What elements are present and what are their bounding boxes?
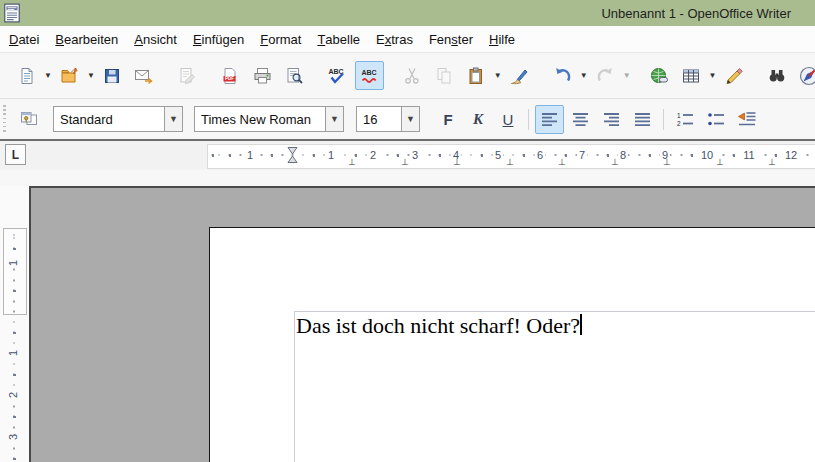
export-pdf-icon: PDF	[221, 67, 239, 85]
document-canvas[interactable]: Das ist doch nicht scharf! Oder?	[29, 186, 815, 462]
email-document-button[interactable]	[130, 61, 159, 90]
ruler-number: 11	[741, 149, 756, 162]
titlebar[interactable]: Unbenannt 1 - OpenOffice Writer	[0, 0, 815, 26]
paragraph-style-value[interactable]: Standard	[54, 107, 164, 131]
hyperlink-button[interactable]	[645, 61, 674, 90]
document-workspace: 1 123 Das ist doch nicht scharf! Oder?	[0, 186, 815, 462]
undo-arrow-icon	[553, 67, 572, 85]
text-boundary[interactable]: Das ist doch nicht scharf! Oder?	[294, 311, 815, 462]
tab-stop-mark	[716, 157, 724, 167]
export-pdf-button[interactable]: PDF	[216, 61, 245, 90]
menu-item[interactable]: Bearbeiten	[47, 26, 126, 52]
undo-button[interactable]	[548, 61, 577, 90]
bullet-list-icon	[707, 111, 725, 127]
align-center-button[interactable]	[566, 105, 595, 134]
italic-button[interactable]: K	[464, 105, 492, 133]
bold-button[interactable]: F	[434, 105, 462, 133]
paste-button[interactable]	[462, 61, 491, 90]
menu-item[interactable]: Fenster	[421, 26, 481, 52]
ruler-number: 10	[699, 149, 715, 162]
paragraph-style-combobox[interactable]: Standard ▼	[53, 106, 183, 132]
spellcheck-icon: ABC	[326, 66, 348, 85]
align-justify-button[interactable]	[628, 105, 657, 134]
svg-text:1: 1	[677, 112, 681, 119]
decrease-indent-icon	[738, 111, 756, 127]
menu-item[interactable]: Ansicht	[126, 26, 185, 52]
vruler-number: 2	[7, 390, 19, 400]
printer-icon	[253, 67, 272, 85]
window-title: Unbenannt 1 - OpenOffice Writer	[601, 6, 791, 21]
save-button[interactable]	[98, 61, 127, 90]
navigator-compass-icon	[799, 66, 815, 86]
toolbar-grip[interactable]	[3, 105, 6, 133]
toolbar-separator	[528, 109, 529, 130]
new-document-dropdown[interactable]: ▼	[44, 71, 52, 80]
align-justify-icon	[634, 112, 651, 127]
styles-and-formatting-button[interactable]	[14, 105, 43, 134]
font-name-combobox[interactable]: Times New Roman ▼	[194, 106, 344, 132]
writer-app-icon[interactable]	[1, 2, 23, 24]
indent-marker[interactable]	[287, 145, 298, 165]
bullet-list-button[interactable]	[701, 105, 730, 134]
menu-item[interactable]: Format	[252, 26, 309, 52]
document-page[interactable]: Das ist doch nicht scharf! Oder?	[209, 227, 815, 462]
font-name-value[interactable]: Times New Roman	[195, 107, 325, 131]
tab-stop-mark	[558, 157, 566, 167]
menu-item[interactable]: Hilfe	[481, 26, 523, 52]
table-grid-icon	[682, 67, 700, 85]
new-document-button[interactable]	[12, 61, 41, 90]
svg-text:PDF: PDF	[225, 76, 234, 81]
open-button[interactable]	[55, 61, 84, 90]
cut-button	[398, 61, 427, 90]
find-replace-button[interactable]	[763, 61, 792, 90]
open-dropdown[interactable]: ▼	[87, 71, 95, 80]
align-right-button[interactable]	[597, 105, 626, 134]
styles-window-icon	[19, 110, 39, 128]
copy-icon	[435, 67, 453, 85]
insert-table-button[interactable]	[677, 61, 706, 90]
tab-stop-selector-button[interactable]: L	[5, 144, 26, 165]
clipboard-paste-icon	[467, 67, 485, 85]
vruler-number: 3	[7, 432, 19, 442]
menu-item[interactable]: Einfügen	[185, 26, 252, 52]
spellcheck-button[interactable]: ABC	[323, 61, 352, 90]
text-cursor	[580, 314, 582, 335]
email-icon	[134, 67, 154, 85]
underline-button[interactable]: U	[494, 105, 522, 133]
numbered-list-button[interactable]: 1 2	[670, 105, 699, 134]
font-size-dropdown[interactable]: ▼	[401, 107, 419, 131]
align-left-icon	[541, 112, 558, 127]
print-button[interactable]	[248, 61, 277, 90]
menu-item[interactable]: Extras	[368, 26, 421, 52]
font-size-value[interactable]: 16	[357, 107, 401, 131]
font-name-dropdown[interactable]: ▼	[325, 107, 343, 131]
undo-dropdown[interactable]: ▼	[580, 71, 588, 80]
ruler-number: 2	[368, 149, 378, 162]
menu-item[interactable]: Tabelle	[309, 26, 368, 52]
paste-dropdown[interactable]: ▼	[494, 71, 502, 80]
navigator-button[interactable]	[795, 61, 815, 90]
font-size-combobox[interactable]: 16 ▼	[356, 106, 420, 132]
clone-formatting-button[interactable]	[505, 61, 534, 90]
vertical-ruler[interactable]: 1 123	[0, 186, 29, 462]
tab-stop-mark	[506, 157, 514, 167]
align-right-icon	[603, 112, 620, 127]
decrease-indent-button[interactable]	[732, 105, 761, 134]
vruler-margin-number: 1	[7, 258, 19, 268]
vruler-number: 1	[7, 348, 19, 358]
copy-button	[430, 61, 459, 90]
ruler-number: 5	[493, 149, 503, 162]
align-left-button[interactable]	[535, 105, 564, 134]
paragraph-style-dropdown[interactable]: ▼	[164, 107, 182, 131]
table-dropdown[interactable]: ▼	[709, 71, 717, 80]
menu-item[interactable]: Datei	[1, 26, 47, 52]
draw-functions-button[interactable]	[720, 61, 749, 90]
auto-spellcheck-button[interactable]: ABC	[355, 61, 384, 90]
page-preview-button[interactable]	[280, 61, 309, 90]
edit-file-button	[173, 61, 202, 90]
tab-stop-mark	[453, 157, 461, 167]
binoculars-icon	[767, 67, 787, 85]
ruler-number: 8	[618, 149, 628, 162]
align-center-icon	[572, 112, 589, 127]
svg-text:ABC: ABC	[329, 68, 344, 75]
